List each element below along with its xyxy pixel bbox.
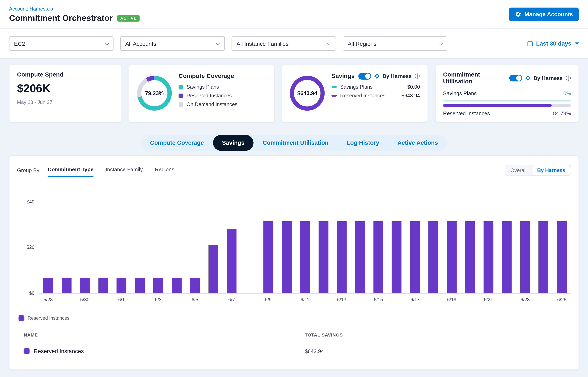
bar — [392, 221, 402, 293]
tab-compute-coverage[interactable]: Compute Coverage — [141, 135, 213, 151]
tab-active-actions[interactable]: Active Actions — [388, 135, 447, 151]
bar-6/20[interactable] — [461, 202, 479, 293]
info-icon[interactable]: ⓘ — [415, 73, 420, 79]
bar-6/19[interactable] — [443, 202, 461, 293]
bar — [447, 221, 457, 293]
x-axis-tick: 6/5 — [186, 297, 204, 304]
by-harness-toggle[interactable] — [358, 73, 371, 80]
page-title: Commitment Orchestrator — [9, 13, 113, 23]
groupby-tab-instance-family[interactable]: Instance Family — [106, 166, 143, 174]
y-axis-tick: $20 — [17, 245, 34, 250]
bar-6/17[interactable] — [406, 202, 424, 293]
reserved-instances-swatch — [332, 95, 337, 97]
bar-6/6[interactable] — [204, 202, 222, 293]
bar-6/5[interactable] — [186, 202, 204, 293]
date-range-picker[interactable]: Last 30 days — [527, 40, 579, 47]
x-axis-tick: 6/17 — [406, 297, 424, 304]
column-name: NAME — [24, 332, 305, 338]
row-name: Reserved Instances — [34, 348, 84, 354]
overall-option[interactable]: Overall — [505, 165, 532, 175]
calendar-icon — [527, 40, 533, 47]
tab-commitment-utilisation[interactable]: Commitment Utilisation — [254, 135, 337, 151]
bar-6/23[interactable] — [516, 202, 534, 293]
bar-6/11[interactable] — [296, 202, 314, 293]
x-axis-tick: 6/21 — [479, 297, 498, 304]
savings-plans-swatch — [178, 85, 183, 89]
by-harness-label: By Harness — [383, 73, 412, 79]
bar-6/21[interactable] — [479, 202, 498, 293]
bar-5/29[interactable] — [57, 202, 76, 293]
x-axis-tick — [241, 297, 259, 304]
bar-6/7[interactable] — [222, 202, 241, 293]
harness-logo-icon — [525, 75, 530, 81]
bar — [282, 221, 292, 293]
bar-6/24[interactable] — [534, 202, 553, 293]
x-axis-tick — [57, 297, 76, 304]
bar — [410, 221, 420, 293]
x-axis-tick: 6/7 — [222, 297, 241, 304]
x-axis-tick: 6/3 — [149, 297, 167, 304]
legend-label: Reserved Instances — [187, 93, 232, 98]
account-breadcrumb-link[interactable]: Account: Harness.io — [9, 6, 53, 12]
chevron-down-icon — [216, 40, 221, 45]
bar-6/22[interactable] — [498, 202, 516, 293]
legend-label: Savings Plans — [340, 84, 372, 90]
bar-6/16[interactable] — [388, 202, 406, 293]
bar-6/4[interactable] — [167, 202, 186, 293]
legend-item: Reserved Instances — [178, 93, 267, 98]
bar-6/3[interactable] — [149, 202, 167, 293]
bar-5/30[interactable] — [76, 202, 94, 293]
bar — [264, 221, 273, 293]
compute-spend-value: $206K — [17, 82, 114, 95]
groupby-tab-commitment-type[interactable]: Commitment Type — [48, 166, 94, 174]
bar-6/10[interactable] — [277, 202, 296, 293]
savings-donut-value: $643.94 — [290, 76, 324, 111]
y-axis-tick: $40 — [17, 199, 34, 204]
bar-6/12[interactable] — [314, 202, 333, 293]
caret-down-icon — [575, 43, 579, 45]
summary-cards: Compute Spend $206K May 28 - Jun 27 79.2… — [0, 59, 588, 122]
tab-log-history[interactable]: Log History — [337, 135, 388, 151]
info-icon[interactable]: ⓘ — [566, 75, 571, 81]
x-axis-tick: 6/9 — [259, 297, 277, 304]
service-select[interactable]: EC2 — [9, 36, 113, 51]
bar-6/14[interactable] — [351, 202, 369, 293]
bar-5/31[interactable] — [94, 202, 112, 293]
bar — [172, 278, 182, 293]
commitment-utilisation-card: Commitment Utilisation By Harness ⓘ Savi… — [435, 65, 579, 122]
bar-5/28[interactable] — [39, 202, 57, 293]
bar-6/18[interactable] — [424, 202, 443, 293]
bar — [355, 221, 365, 293]
x-axis-tick — [351, 297, 369, 304]
group-by-label: Group By — [17, 167, 39, 173]
reserved-instances-percent: 84.79% — [553, 109, 571, 117]
legend-label: Reserved Instances — [28, 316, 69, 321]
regions-select[interactable]: All Regions — [343, 36, 447, 51]
table-header: NAME TOTAL SAVINGS — [17, 328, 571, 342]
instance-families-select[interactable]: All Instance Families — [232, 36, 336, 51]
bar-6/15[interactable] — [369, 202, 388, 293]
tab-savings[interactable]: Savings — [213, 135, 254, 151]
manage-accounts-button[interactable]: Manage Accounts — [509, 7, 579, 21]
bar-6/25[interactable] — [553, 202, 571, 293]
bar-6/1[interactable] — [112, 202, 131, 293]
bar — [227, 229, 237, 293]
chart-legend[interactable]: Reserved Instances — [17, 315, 571, 321]
overall-byharness-toggle: Overall By Harness — [505, 165, 571, 176]
coverage-donut-chart: 79.23% — [137, 76, 172, 111]
bar-6/2[interactable] — [131, 202, 149, 293]
accounts-select[interactable]: All Accounts — [120, 36, 225, 51]
bar — [337, 221, 347, 293]
by-harness-toggle[interactable] — [509, 75, 522, 82]
by-harness-option[interactable]: By Harness — [532, 165, 570, 175]
bar-6/9[interactable] — [259, 202, 277, 293]
accounts-select-value: All Accounts — [125, 40, 156, 47]
table-row[interactable]: Reserved Instances $643.94 — [17, 342, 571, 360]
bar — [319, 221, 328, 293]
bar-6/8[interactable] — [241, 202, 259, 293]
x-axis-tick — [94, 297, 112, 304]
bar — [520, 221, 530, 293]
legend-value: $643.94 — [401, 93, 420, 98]
bar-6/13[interactable] — [333, 202, 351, 293]
groupby-tab-regions[interactable]: Regions — [155, 166, 174, 174]
